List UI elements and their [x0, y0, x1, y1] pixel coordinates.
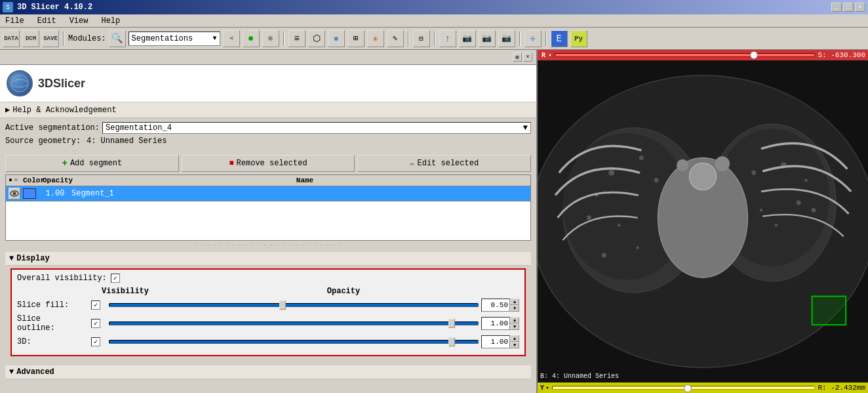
svg-point-17	[636, 246, 639, 249]
toolbar-btn-grid[interactable]: ⊞	[347, 30, 365, 47]
seg-color-swatch-0	[23, 188, 36, 199]
menu-edit[interactable]: Edit	[35, 16, 59, 26]
ct-image-area[interactable]: R B: 4: Unnamed Series	[538, 60, 868, 383]
menu-view[interactable]: View	[67, 16, 91, 26]
toolbar-btn-pen[interactable]: ✎	[387, 30, 404, 47]
threed-vis-checkbox[interactable]: ✓	[83, 337, 109, 346]
search-modules-btn[interactable]: 🔍	[109, 30, 126, 47]
nav-fwd2-btn[interactable]: ●	[262, 30, 279, 47]
slice-outline-spin-down[interactable]: ▼	[510, 323, 519, 330]
maximize-button[interactable]: □	[843, 3, 854, 12]
toolbar-sep-4	[434, 31, 435, 46]
advanced-section: ▼ Advanced	[0, 362, 536, 381]
slice-fill-checkbox-box[interactable]: ✓	[91, 300, 100, 310]
menu-file[interactable]: File	[3, 16, 27, 26]
header-color: Color	[23, 176, 43, 184]
overall-vis-checkbox[interactable]: ✓	[111, 274, 120, 283]
advanced-header-toggle[interactable]: ▼ Advanced	[5, 365, 531, 379]
threed-checkbox-box[interactable]: ✓	[91, 337, 100, 346]
menu-help[interactable]: Help	[98, 16, 123, 26]
slice-outline-value-input[interactable]	[481, 317, 510, 330]
seg-opacity-0: 1.00	[39, 189, 71, 198]
svg-point-23	[797, 201, 801, 205]
ct-top-slider-track[interactable]	[555, 53, 815, 57]
vis-opacity-header: Visibility Opacity	[17, 287, 519, 296]
seg-visibility-toggle-0[interactable]	[9, 188, 20, 199]
ct-top-label-s: ▪	[548, 52, 552, 59]
toolbar-btn-python[interactable]: Py	[570, 30, 587, 47]
right-panel: R ▪ S: -630.300	[538, 50, 868, 393]
nav-back-btn[interactable]: ◄	[223, 30, 240, 47]
seg-name-0: Segment_1	[71, 189, 528, 198]
threed-slider-handle[interactable]	[448, 337, 455, 346]
slice-fill-spin-up[interactable]: ▲	[510, 299, 519, 305]
data-btn[interactable]: DATA	[3, 30, 20, 47]
segment-table-header: ● ○ Color Opacity Name	[6, 175, 530, 186]
remove-selected-button[interactable]: ■ Remove selected	[182, 155, 355, 172]
slice-fill-vis-checkbox[interactable]: ✓	[83, 300, 109, 310]
toolbar-btn-layout[interactable]: ⊟	[413, 30, 430, 47]
toolbar-btn-camera[interactable]: 📷	[459, 30, 476, 47]
threed-slider-track[interactable]	[109, 340, 479, 344]
ct-bottom-slider-track[interactable]	[552, 386, 815, 390]
svg-point-12	[639, 155, 644, 160]
module-selected-text: Segmentations	[132, 34, 213, 43]
active-seg-dropdown[interactable]: Segmentation_4 ▼	[102, 122, 531, 134]
svg-point-18	[602, 253, 606, 257]
threed-value-input[interactable]	[481, 335, 510, 348]
active-seg-row: Active segmentation: Segmentation_4 ▼	[5, 122, 531, 134]
slice-outline-checkbox-box[interactable]: ✓	[91, 319, 100, 328]
remove-selected-label: Remove selected	[237, 159, 307, 168]
slicer-logo-text: 3DSlicer	[38, 77, 85, 91]
toolbar-btn-cube[interactable]: ⬡	[308, 30, 325, 47]
app-icon: S	[3, 2, 13, 12]
slicer-logo-area: 3DSlicer	[0, 65, 536, 102]
panel-close-button[interactable]: ×	[523, 52, 532, 62]
slice-outline-vis-checkbox[interactable]: ✓	[83, 319, 109, 328]
source-geo-label: Source geometry:	[5, 136, 84, 146]
slice-fill-slider-track[interactable]	[109, 303, 479, 307]
menu-bar: File Edit View Help	[0, 14, 868, 28]
add-segment-button[interactable]: + Add segment	[5, 155, 179, 172]
slice-outline-spin-up[interactable]: ▲	[510, 317, 519, 323]
ct-top-slider-bar: R ▪ S: -630.300	[538, 50, 868, 60]
slice-outline-row: Slice outline: ✓ ▲ ▼	[17, 314, 519, 333]
slice-outline-spinner: ▲ ▼	[510, 317, 519, 330]
threed-spin-down[interactable]: ▼	[510, 342, 519, 348]
threed-spin-up[interactable]: ▲	[510, 335, 519, 342]
slice-outline-slider-handle[interactable]	[448, 319, 455, 328]
help-section-toggle[interactable]: ▶ Help & Acknowledgement	[0, 102, 536, 118]
module-selector[interactable]: Segmentations ▼	[128, 31, 220, 46]
panel-pin-button[interactable]: ⊞	[513, 52, 522, 62]
toolbar-btn-asterisk[interactable]: ✳	[367, 30, 384, 47]
toolbar-btn-compass[interactable]: ✛	[524, 30, 542, 47]
toolbar-btn-list[interactable]: ≡	[288, 30, 306, 47]
edit-selected-button[interactable]: ✏ Edit selected	[357, 155, 531, 172]
slice-fill-value-input[interactable]	[481, 299, 510, 312]
display-arrow-icon: ▼	[9, 254, 14, 263]
nav-fwd-btn[interactable]: ●	[243, 30, 260, 47]
slice-fill-spin-down[interactable]: ▼	[510, 305, 519, 312]
toolbar-btn-cam2[interactable]: 📷	[479, 30, 496, 47]
panel-close-buttons: ⊞ ×	[513, 52, 532, 62]
toolbar-btn-up[interactable]: ↑	[439, 30, 456, 47]
ct-top-slider-handle[interactable]	[750, 51, 758, 59]
segment-row-0[interactable]: 1.00 Segment_1	[6, 186, 530, 201]
toolbar-btn-cam3[interactable]: 📷	[498, 30, 515, 47]
close-button[interactable]: ×	[855, 3, 865, 12]
ct-bottom-slider-handle[interactable]	[684, 384, 692, 392]
app-title: 3D Slicer 4.10.2	[17, 3, 92, 12]
slice-fill-slider-handle[interactable]	[279, 300, 286, 310]
ct-top-label-r: R	[540, 52, 547, 59]
svg-point-29	[677, 159, 688, 171]
toolbar-btn-sphere[interactable]: ●	[328, 30, 345, 47]
display-header-toggle[interactable]: ▼ Display	[5, 252, 531, 266]
threed-slider-container	[109, 340, 479, 344]
slice-outline-slider-track[interactable]	[109, 321, 479, 325]
threed-spinner: ▲ ▼	[510, 335, 519, 348]
minimize-button[interactable]: _	[831, 3, 842, 12]
toolbar-btn-ext1[interactable]: E	[551, 30, 568, 47]
dcm-btn[interactable]: DCM	[22, 30, 39, 47]
advanced-arrow-icon: ▼	[9, 367, 14, 377]
save-btn[interactable]: SAVE	[42, 30, 59, 47]
